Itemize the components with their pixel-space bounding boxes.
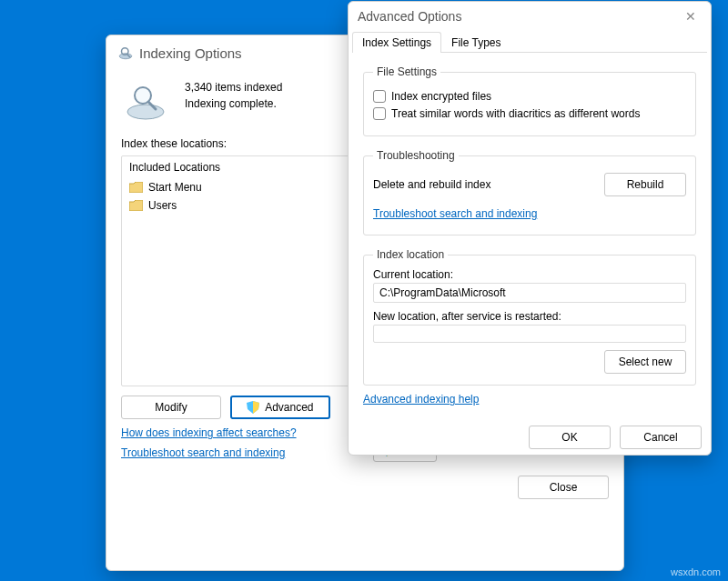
encrypted-checkbox[interactable] bbox=[373, 90, 386, 103]
rebuild-button[interactable]: Rebuild bbox=[604, 173, 686, 196]
window-title: Indexing Options bbox=[139, 45, 242, 61]
close-button[interactable]: Close bbox=[518, 476, 609, 499]
current-location-label: Current location: bbox=[373, 268, 686, 281]
advanced-button[interactable]: Advanced bbox=[230, 396, 330, 419]
ok-button[interactable]: OK bbox=[529, 426, 611, 449]
tabstrip: Index Settings File Types bbox=[352, 31, 707, 53]
affect-searches-link[interactable]: How does indexing affect searches? bbox=[121, 426, 297, 439]
new-location-value bbox=[373, 325, 686, 343]
index-location-group: Index location Current location: C:\Prog… bbox=[363, 248, 696, 386]
select-new-button[interactable]: Select new bbox=[604, 350, 686, 374]
new-location-label: New location, after service is restarted… bbox=[373, 310, 686, 323]
shield-icon bbox=[247, 401, 259, 414]
advanced-options-window: Advanced Options ✕ Index Settings File T… bbox=[348, 1, 712, 456]
advanced-help-link[interactable]: Advanced indexing help bbox=[363, 393, 479, 406]
folder-icon bbox=[129, 200, 143, 211]
window-title: Advanced Options bbox=[358, 9, 461, 24]
tab-file-types[interactable]: File Types bbox=[441, 32, 511, 53]
item-label: Users bbox=[148, 199, 177, 212]
watermark: wsxdn.com bbox=[671, 566, 721, 577]
indexing-state: Indexing complete. bbox=[185, 97, 282, 110]
current-location-value: C:\ProgramData\Microsoft bbox=[373, 283, 686, 303]
svg-point-3 bbox=[127, 105, 164, 119]
troubleshoot-link[interactable]: Troubleshoot search and indexing bbox=[121, 446, 285, 459]
troubleshooting-group: Troubleshooting Delete and rebuild index… bbox=[363, 149, 696, 235]
ao-content: File Settings Index encrypted files Trea… bbox=[349, 65, 711, 418]
group-legend: Troubleshooting bbox=[373, 149, 459, 162]
status-icon bbox=[123, 77, 168, 123]
item-label: Start Menu bbox=[148, 181, 202, 194]
close-icon[interactable]: ✕ bbox=[680, 7, 702, 25]
titlebar: Advanced Options ✕ bbox=[349, 2, 711, 31]
group-legend: File Settings bbox=[373, 65, 440, 78]
diacritics-checkbox[interactable] bbox=[373, 107, 386, 120]
indexed-count: 3,340 items indexed bbox=[185, 81, 282, 94]
modify-button[interactable]: Modify bbox=[121, 396, 221, 419]
indexing-icon bbox=[117, 45, 134, 61]
tab-index-settings[interactable]: Index Settings bbox=[352, 32, 441, 53]
cancel-button[interactable]: Cancel bbox=[620, 426, 702, 449]
file-settings-group: File Settings Index encrypted files Trea… bbox=[363, 65, 696, 136]
delete-rebuild-label: Delete and rebuild index bbox=[373, 178, 490, 191]
troubleshoot-link[interactable]: Troubleshoot search and indexing bbox=[373, 207, 537, 220]
encrypted-label: Index encrypted files bbox=[391, 90, 491, 103]
diacritics-label: Treat similar words with diacritics as d… bbox=[391, 107, 640, 120]
group-legend: Index location bbox=[373, 248, 448, 261]
folder-icon bbox=[129, 182, 143, 193]
